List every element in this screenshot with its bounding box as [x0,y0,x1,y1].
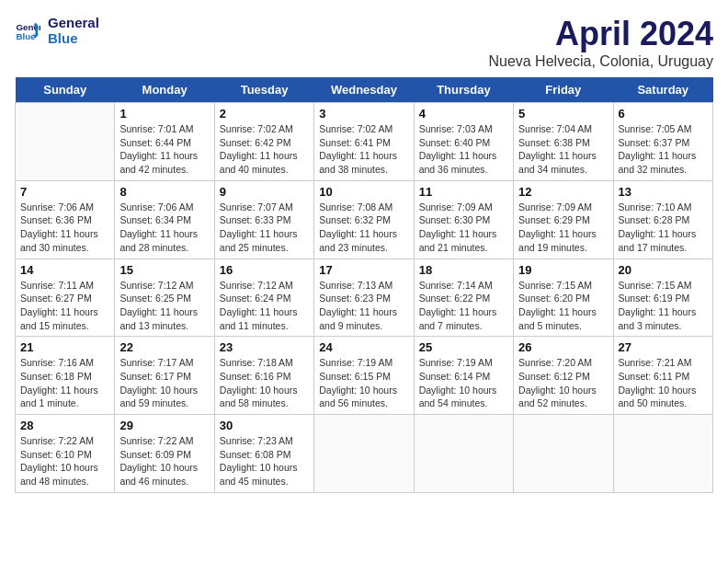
day-info: Sunrise: 7:03 AM Sunset: 6:40 PM Dayligh… [419,122,508,177]
day-number: 17 [319,263,408,277]
day-cell: 13Sunrise: 7:10 AM Sunset: 6:28 PM Dayli… [613,180,712,259]
logo-icon: General Blue [15,17,40,43]
week-row-1: 1Sunrise: 7:01 AM Sunset: 6:44 PM Daylig… [16,103,713,181]
day-number: 12 [518,185,608,199]
column-header-wednesday: Wednesday [314,77,414,103]
day-cell: 1Sunrise: 7:01 AM Sunset: 6:44 PM Daylig… [115,103,214,181]
day-cell [613,415,712,493]
day-number: 11 [419,185,508,199]
column-header-saturday: Saturday [613,77,712,103]
day-info: Sunrise: 7:02 AM Sunset: 6:41 PM Dayligh… [319,122,408,177]
week-row-2: 7Sunrise: 7:06 AM Sunset: 6:36 PM Daylig… [16,180,713,259]
column-header-monday: Monday [115,77,214,103]
day-number: 21 [20,340,109,354]
column-header-sunday: Sunday [16,77,115,103]
day-cell: 21Sunrise: 7:16 AM Sunset: 6:18 PM Dayli… [16,337,115,415]
day-cell [514,415,613,493]
day-cell [314,415,414,493]
day-number: 2 [220,107,309,121]
day-cell: 12Sunrise: 7:09 AM Sunset: 6:29 PM Dayli… [514,180,613,259]
day-cell: 16Sunrise: 7:12 AM Sunset: 6:24 PM Dayli… [214,259,313,337]
day-info: Sunrise: 7:09 AM Sunset: 6:30 PM Dayligh… [419,201,508,255]
day-number: 24 [319,340,408,354]
week-row-5: 28Sunrise: 7:22 AM Sunset: 6:10 PM Dayli… [16,415,713,493]
day-cell: 8Sunrise: 7:06 AM Sunset: 6:34 PM Daylig… [115,180,214,259]
day-cell: 10Sunrise: 7:08 AM Sunset: 6:32 PM Dayli… [314,180,414,259]
day-info: Sunrise: 7:14 AM Sunset: 6:22 PM Dayligh… [419,279,508,333]
day-cell: 27Sunrise: 7:21 AM Sunset: 6:11 PM Dayli… [613,337,712,415]
day-info: Sunrise: 7:09 AM Sunset: 6:29 PM Dayligh… [518,201,608,255]
day-info: Sunrise: 7:12 AM Sunset: 6:25 PM Dayligh… [119,279,209,333]
day-cell: 18Sunrise: 7:14 AM Sunset: 6:22 PM Dayli… [414,259,513,337]
day-cell: 24Sunrise: 7:19 AM Sunset: 6:15 PM Dayli… [314,337,414,415]
day-cell: 28Sunrise: 7:22 AM Sunset: 6:10 PM Dayli… [16,415,115,493]
day-info: Sunrise: 7:11 AM Sunset: 6:27 PM Dayligh… [20,279,109,333]
page-header: General Blue General Blue April 2024 Nue… [15,15,713,70]
day-cell: 4Sunrise: 7:03 AM Sunset: 6:40 PM Daylig… [414,103,513,181]
day-info: Sunrise: 7:19 AM Sunset: 6:14 PM Dayligh… [419,356,508,410]
logo-line1: General [48,15,99,30]
day-number: 13 [619,185,708,199]
calendar-table: SundayMondayTuesdayWednesdayThursdayFrid… [15,77,713,493]
day-number: 22 [119,340,209,354]
day-number: 25 [419,340,508,354]
day-info: Sunrise: 7:23 AM Sunset: 6:08 PM Dayligh… [220,434,309,488]
day-number: 27 [619,340,708,354]
svg-text:Blue: Blue [16,31,36,41]
week-row-4: 21Sunrise: 7:16 AM Sunset: 6:18 PM Dayli… [16,337,713,415]
day-cell: 15Sunrise: 7:12 AM Sunset: 6:25 PM Dayli… [115,259,214,337]
day-info: Sunrise: 7:22 AM Sunset: 6:10 PM Dayligh… [20,434,109,488]
day-info: Sunrise: 7:17 AM Sunset: 6:17 PM Dayligh… [119,356,209,410]
logo-line2: Blue [48,30,99,46]
day-cell: 11Sunrise: 7:09 AM Sunset: 6:30 PM Dayli… [414,180,513,259]
day-number: 10 [319,185,408,199]
day-number: 28 [20,419,109,432]
day-number: 15 [119,263,209,277]
day-number: 9 [220,185,309,199]
logo: General Blue General Blue [15,15,99,46]
day-info: Sunrise: 7:08 AM Sunset: 6:32 PM Dayligh… [319,201,408,255]
day-info: Sunrise: 7:12 AM Sunset: 6:24 PM Dayligh… [220,279,309,333]
day-cell: 9Sunrise: 7:07 AM Sunset: 6:33 PM Daylig… [214,180,313,259]
day-cell: 5Sunrise: 7:04 AM Sunset: 6:38 PM Daylig… [514,103,613,181]
day-info: Sunrise: 7:18 AM Sunset: 6:16 PM Dayligh… [220,356,309,410]
calendar-title: April 2024 [488,15,713,53]
day-info: Sunrise: 7:21 AM Sunset: 6:11 PM Dayligh… [619,356,708,410]
day-cell: 30Sunrise: 7:23 AM Sunset: 6:08 PM Dayli… [214,415,313,493]
column-header-thursday: Thursday [414,77,513,103]
calendar-subtitle: Nueva Helvecia, Colonia, Uruguay [488,53,713,70]
column-header-friday: Friday [514,77,613,103]
day-cell [16,103,115,181]
day-number: 4 [419,107,508,121]
day-cell [414,415,513,493]
day-number: 23 [220,340,309,354]
day-cell: 20Sunrise: 7:15 AM Sunset: 6:19 PM Dayli… [613,259,712,337]
day-info: Sunrise: 7:06 AM Sunset: 6:36 PM Dayligh… [20,201,109,255]
column-header-tuesday: Tuesday [214,77,313,103]
day-number: 5 [518,107,608,121]
day-number: 29 [119,419,209,432]
day-number: 6 [619,107,708,121]
day-number: 20 [619,263,708,277]
day-info: Sunrise: 7:04 AM Sunset: 6:38 PM Dayligh… [518,122,608,177]
day-info: Sunrise: 7:22 AM Sunset: 6:09 PM Dayligh… [119,434,209,488]
day-cell: 23Sunrise: 7:18 AM Sunset: 6:16 PM Dayli… [214,337,313,415]
day-cell: 7Sunrise: 7:06 AM Sunset: 6:36 PM Daylig… [16,180,115,259]
day-number: 30 [220,419,309,432]
day-cell: 29Sunrise: 7:22 AM Sunset: 6:09 PM Dayli… [115,415,214,493]
day-info: Sunrise: 7:02 AM Sunset: 6:42 PM Dayligh… [220,122,309,177]
day-number: 26 [518,340,608,354]
day-number: 7 [20,185,109,199]
day-info: Sunrise: 7:15 AM Sunset: 6:19 PM Dayligh… [619,279,708,333]
day-number: 19 [518,263,608,277]
day-cell: 3Sunrise: 7:02 AM Sunset: 6:41 PM Daylig… [314,103,414,181]
day-info: Sunrise: 7:13 AM Sunset: 6:23 PM Dayligh… [319,279,408,333]
day-info: Sunrise: 7:05 AM Sunset: 6:37 PM Dayligh… [619,122,708,177]
day-number: 16 [220,263,309,277]
day-info: Sunrise: 7:10 AM Sunset: 6:28 PM Dayligh… [619,201,708,255]
week-row-3: 14Sunrise: 7:11 AM Sunset: 6:27 PM Dayli… [16,259,713,337]
day-number: 1 [119,107,209,121]
day-number: 8 [119,185,209,199]
day-info: Sunrise: 7:19 AM Sunset: 6:15 PM Dayligh… [319,356,408,410]
title-area: April 2024 Nueva Helvecia, Colonia, Urug… [488,15,713,70]
